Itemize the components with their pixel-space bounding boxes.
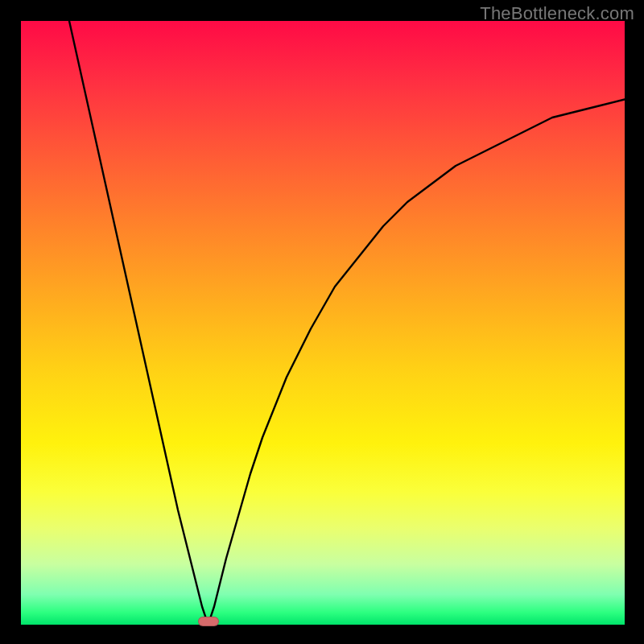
optimum-marker (198, 617, 219, 626)
plot-area (21, 21, 625, 625)
watermark-text: TheBottleneck.com (480, 3, 634, 24)
bottleneck-curve (69, 21, 625, 625)
curve-svg (21, 21, 625, 625)
